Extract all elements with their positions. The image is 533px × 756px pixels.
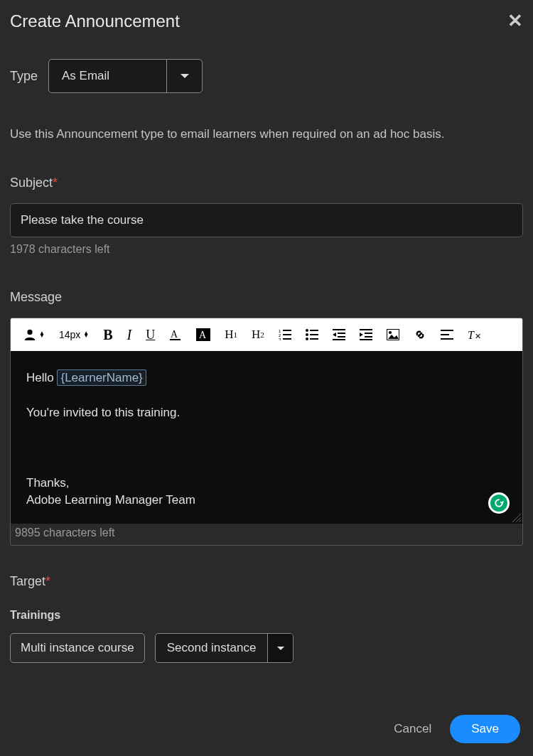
subject-label: Subject* xyxy=(10,176,523,190)
svg-rect-23 xyxy=(365,336,372,338)
svg-rect-28 xyxy=(441,334,449,335)
chevron-down-icon[interactable] xyxy=(267,634,293,662)
clear-format-icon[interactable]: T✕ xyxy=(468,318,482,351)
h1-icon[interactable]: H1 xyxy=(225,318,237,351)
font-size-selector[interactable]: 14px ▲▼ xyxy=(59,318,89,351)
greeting-text: Hello xyxy=(26,371,57,384)
outdent-icon[interactable] xyxy=(333,318,345,351)
editor-toolbar: ▲▼ 14px ▲▼ B I U A A H1 H2 123 xyxy=(11,318,522,351)
underline-icon[interactable]: U xyxy=(146,318,155,351)
rich-editor: ▲▼ 14px ▲▼ B I U A A H1 H2 123 xyxy=(10,318,523,546)
instance-select-value: Second instance xyxy=(156,634,268,662)
svg-rect-27 xyxy=(441,330,453,331)
learner-name-token[interactable]: {LearnerName} xyxy=(57,369,146,386)
svg-rect-18 xyxy=(338,333,345,334)
svg-rect-9 xyxy=(283,334,291,335)
svg-rect-24 xyxy=(360,339,372,340)
italic-icon[interactable]: I xyxy=(127,318,132,351)
align-icon[interactable] xyxy=(441,318,453,351)
svg-text:✕: ✕ xyxy=(475,332,481,340)
unordered-list-icon[interactable] xyxy=(306,318,318,351)
svg-rect-16 xyxy=(310,338,318,340)
svg-rect-29 xyxy=(441,338,453,340)
svg-rect-17 xyxy=(333,329,345,330)
svg-rect-22 xyxy=(365,333,372,334)
instance-select[interactable]: Second instance xyxy=(155,633,294,663)
type-label: Type xyxy=(10,69,38,84)
trainings-label: Trainings xyxy=(10,609,523,622)
highlight-icon[interactable]: A xyxy=(196,318,210,351)
chevron-down-icon[interactable] xyxy=(166,60,202,92)
svg-point-12 xyxy=(306,333,308,336)
text-color-icon[interactable]: A xyxy=(169,318,182,351)
svg-point-13 xyxy=(306,338,308,340)
svg-point-26 xyxy=(389,331,392,334)
ordered-list-icon[interactable]: 123 xyxy=(279,318,291,351)
cancel-button[interactable]: Cancel xyxy=(394,722,431,736)
link-icon[interactable] xyxy=(414,318,426,351)
user-tag-icon[interactable]: ▲▼ xyxy=(23,318,45,351)
svg-text:A: A xyxy=(171,329,178,340)
type-select-value: As Email xyxy=(49,69,166,83)
svg-point-0 xyxy=(27,330,32,335)
page-title: Create Announcement xyxy=(10,11,180,31)
bold-icon[interactable]: B xyxy=(103,318,112,351)
svg-text:3: 3 xyxy=(279,338,281,340)
indent-icon[interactable] xyxy=(360,318,372,351)
signature-line1: Thanks, xyxy=(26,475,507,492)
image-icon[interactable] xyxy=(387,318,399,351)
body-line: You're invited to this training. xyxy=(26,404,507,422)
svg-rect-10 xyxy=(283,338,291,340)
svg-text:A: A xyxy=(199,330,207,340)
editor-body[interactable]: Hello {LearnerName} You're invited to th… xyxy=(11,351,522,524)
training-chip[interactable]: Multi instance course xyxy=(10,633,145,663)
type-help-text: Use this Announcement type to email lear… xyxy=(10,127,523,141)
svg-rect-15 xyxy=(310,334,318,335)
svg-rect-20 xyxy=(333,339,345,340)
subject-input[interactable] xyxy=(10,203,523,237)
svg-point-11 xyxy=(306,329,308,332)
h2-icon[interactable]: H2 xyxy=(252,318,264,351)
svg-rect-14 xyxy=(310,330,318,331)
message-counter: 9895 characters left xyxy=(11,524,522,545)
svg-rect-19 xyxy=(338,336,345,338)
svg-rect-8 xyxy=(283,330,291,331)
resize-grip-icon[interactable] xyxy=(512,514,521,522)
close-icon[interactable]: ✕ xyxy=(507,10,523,32)
svg-rect-2 xyxy=(170,339,181,340)
grammarly-icon[interactable] xyxy=(488,492,510,514)
save-button[interactable]: Save xyxy=(450,715,520,743)
subject-counter: 1978 characters left xyxy=(10,243,523,256)
signature-line2: Adobe Learning Manager Team xyxy=(26,492,507,509)
svg-text:T: T xyxy=(468,329,475,340)
svg-rect-21 xyxy=(360,329,372,330)
type-select[interactable]: As Email xyxy=(48,59,203,93)
target-label: Target* xyxy=(10,574,523,589)
message-label: Message xyxy=(10,290,523,305)
